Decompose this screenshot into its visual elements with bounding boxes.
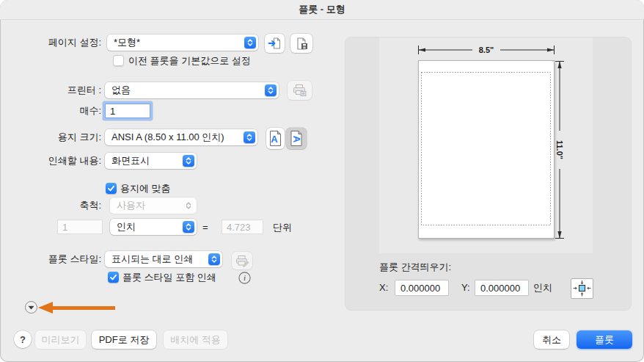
printer-value: 없음 bbox=[111, 84, 131, 97]
plot-label: 플롯 bbox=[595, 333, 614, 347]
printer-icon bbox=[293, 84, 307, 97]
import-page-icon bbox=[268, 37, 282, 50]
portrait-orientation-button[interactable]: A bbox=[266, 128, 285, 149]
apply-to-layout-label: 배치에 적용 bbox=[170, 333, 221, 347]
scale-unit-select[interactable]: 인치 bbox=[110, 219, 197, 235]
portrait-page-icon: A bbox=[268, 130, 282, 147]
dim-arrow-down-icon bbox=[557, 231, 561, 239]
help-button[interactable]: ? bbox=[14, 330, 32, 348]
preview-button[interactable]: 미리보기 bbox=[35, 330, 86, 349]
prev-plot-default-label: 이전 플롯을 기본값으로 설정 bbox=[128, 55, 251, 67]
copies-input[interactable]: 1 bbox=[105, 104, 150, 118]
annotation-arrow bbox=[38, 302, 115, 314]
chevron-updown-icon bbox=[183, 155, 194, 167]
chevron-updown-icon bbox=[244, 37, 256, 48]
disclosure-triangle-icon bbox=[28, 305, 34, 310]
info-button[interactable]: i bbox=[238, 272, 251, 284]
annotation-arrow-body bbox=[51, 306, 115, 310]
chevron-updown-icon bbox=[244, 131, 255, 143]
plot-style-label: 플롯 스타일: bbox=[0, 251, 101, 267]
preview-button-label: 미리보기 bbox=[42, 333, 80, 347]
offset-y-label: Y: bbox=[461, 280, 470, 296]
plot-dialog: 플롯 - 모형 페이지 설정: *모형* 이전 플롯을 기본값으로 설정 프린터… bbox=[0, 0, 644, 362]
scale-units-value: 4.723 bbox=[227, 222, 251, 233]
print-what-select[interactable]: 화면표시 bbox=[105, 153, 197, 169]
save-page-setup-button[interactable] bbox=[290, 34, 312, 53]
dim-arrow-left-icon bbox=[419, 48, 426, 51]
center-plot-button[interactable] bbox=[571, 278, 593, 299]
units-label: 단위 bbox=[273, 220, 292, 236]
prev-plot-default-checkbox[interactable] bbox=[113, 55, 124, 66]
scale-number-value: 1 bbox=[62, 222, 67, 233]
apply-to-layout-button[interactable]: 배치에 적용 bbox=[164, 330, 227, 349]
offset-x-label: X: bbox=[379, 280, 388, 296]
scale-select[interactable]: 사용자 bbox=[110, 198, 197, 214]
offset-y-input[interactable]: 0.000000 bbox=[475, 280, 529, 296]
edit-plot-style-button[interactable] bbox=[232, 252, 252, 269]
printer-select[interactable]: 없음 bbox=[105, 82, 279, 98]
paper-width-dim: 8.5" bbox=[479, 46, 494, 54]
print-what-value: 화면표시 bbox=[111, 154, 150, 167]
paper-size-value: ANSI A (8.50 x 11.00 인치) bbox=[111, 131, 224, 144]
scale-label: 축척: bbox=[0, 198, 101, 214]
page-setup-label: 페이지 설정: bbox=[0, 35, 101, 51]
page-setup-value: *모형* bbox=[114, 36, 140, 49]
landscape-orientation-button[interactable]: A bbox=[286, 128, 307, 149]
copies-value: 1 bbox=[110, 106, 115, 117]
center-plot-icon bbox=[572, 280, 592, 297]
paper-size-label: 용지 크기: bbox=[0, 129, 101, 145]
paper-size-select[interactable]: ANSI A (8.50 x 11.00 인치) bbox=[105, 129, 257, 145]
dim-arrow-up-icon bbox=[557, 62, 561, 69]
chevron-updown-icon bbox=[183, 200, 194, 211]
fit-to-paper-checkbox[interactable] bbox=[106, 183, 117, 194]
scale-number-input[interactable]: 1 bbox=[57, 220, 103, 234]
printer-properties-button[interactable] bbox=[288, 81, 312, 100]
paper-height-dim: 11.0" bbox=[555, 140, 564, 159]
copies-label: 매수: bbox=[0, 103, 101, 119]
import-page-setup-button[interactable] bbox=[265, 34, 285, 53]
offset-unit-label: 인치 bbox=[533, 280, 552, 296]
fit-to-paper-label: 용지에 맞춤 bbox=[120, 183, 171, 195]
offset-y-value: 0.000000 bbox=[480, 283, 520, 294]
save-page-icon bbox=[294, 37, 309, 51]
print-what-label: 인쇄할 내용: bbox=[0, 153, 101, 169]
checkmark-icon bbox=[106, 184, 116, 193]
equals-sign: = bbox=[202, 220, 208, 236]
plot-with-styles-label: 플롯 스타일 포함 인쇄 bbox=[122, 272, 216, 283]
page-setup-select[interactable]: *모형* bbox=[107, 35, 258, 51]
plot-with-styles-checkbox[interactable] bbox=[108, 272, 119, 283]
save-as-pdf-label: PDF로 저장 bbox=[99, 333, 150, 347]
printer-pencil-icon bbox=[235, 255, 249, 267]
expand-more-options-button[interactable] bbox=[25, 301, 37, 314]
offset-x-input[interactable]: 0.000000 bbox=[395, 280, 449, 296]
annotation-arrow-head-icon bbox=[38, 302, 53, 314]
cancel-label: 취소 bbox=[542, 333, 561, 347]
printer-label: 프린터 : bbox=[0, 82, 101, 98]
chevron-updown-icon bbox=[265, 84, 277, 96]
dim-arrow-right-icon bbox=[547, 48, 555, 51]
window-title: 플롯 - 모형 bbox=[299, 3, 345, 16]
svg-text:i: i bbox=[244, 273, 246, 282]
offset-x-value: 0.000000 bbox=[400, 283, 440, 294]
help-label: ? bbox=[20, 334, 26, 345]
scale-units-input[interactable]: 4.723 bbox=[222, 220, 263, 234]
svg-text:A: A bbox=[291, 136, 302, 143]
chevron-updown-icon bbox=[183, 221, 194, 233]
plot-offset-title: 플롯 간격띄우기: bbox=[379, 259, 451, 275]
svg-text:A: A bbox=[271, 134, 278, 145]
dimension-overlay: 8.5" 11.0" bbox=[379, 37, 593, 253]
plot-style-select[interactable]: 표시되는 대로 인쇄 bbox=[105, 251, 222, 267]
scale-unit-value: 인치 bbox=[117, 220, 136, 234]
chevron-updown-icon bbox=[208, 253, 220, 265]
checkmark-icon bbox=[109, 272, 118, 282]
preview-panel: 8.5" 11.0" 플롯 간격띄우기: X: 0.000000 Y: 0.00… bbox=[345, 37, 632, 311]
landscape-page-icon: A bbox=[289, 130, 304, 147]
save-as-pdf-button[interactable]: PDF로 저장 bbox=[92, 330, 156, 349]
cancel-button[interactable]: 취소 bbox=[534, 330, 569, 349]
paper-preview: 8.5" 11.0" bbox=[379, 37, 593, 253]
scale-value: 사용자 bbox=[117, 199, 145, 212]
title-bar: 플롯 - 모형 bbox=[0, 0, 644, 20]
info-icon: i bbox=[238, 272, 251, 284]
plot-button[interactable]: 플롯 bbox=[577, 330, 632, 349]
plot-style-value: 표시되는 대로 인쇄 bbox=[111, 253, 193, 266]
